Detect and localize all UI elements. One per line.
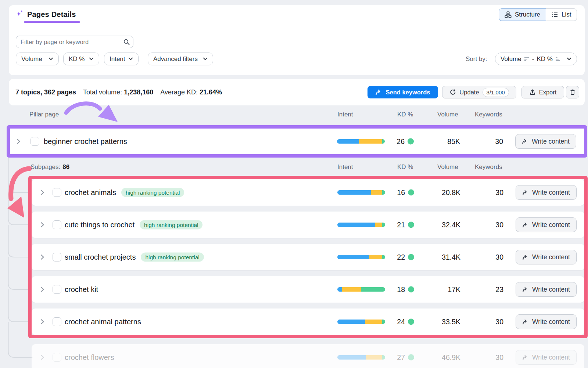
intent-bar — [337, 139, 385, 144]
pillar-row[interactable]: beginner crochet patterns 26 85K 30 Writ… — [10, 129, 584, 154]
expand-chevron-icon[interactable] — [17, 138, 21, 144]
kd-status-dot — [408, 354, 414, 361]
page-name-wrap: crochet flowers — [65, 353, 114, 362]
delete-button[interactable] — [566, 86, 579, 98]
list-view-button[interactable]: List — [546, 8, 577, 21]
chevron-down-icon — [128, 57, 133, 61]
title-underline — [24, 21, 80, 23]
write-content-button[interactable]: Write content — [516, 350, 577, 365]
refresh-icon — [449, 89, 456, 95]
list-icon — [552, 11, 558, 18]
write-arrow-icon — [522, 355, 528, 360]
chevron-down-icon — [203, 57, 208, 61]
page-title: Pages Details — [27, 10, 76, 19]
export-button[interactable]: Export — [521, 86, 564, 98]
pillar-row-highlight: beginner crochet patterns 26 85K 30 Writ… — [7, 125, 587, 158]
topics-pages-count: 7 topics, 362 pages — [15, 89, 76, 96]
kd-cell: 27 — [385, 353, 414, 362]
pillar-page-arrow — [62, 100, 121, 126]
kd-header: KD % — [397, 109, 413, 120]
keywords-cell: 30 — [470, 353, 503, 362]
view-toggle: Structure List — [499, 8, 577, 21]
header-divider — [9, 26, 585, 26]
subpage-row[interactable]: crochet flowers 27 46.9K 30 Write conten… — [32, 344, 584, 368]
intent-filter-chip[interactable]: Intent — [104, 53, 139, 65]
trash-icon — [569, 89, 576, 95]
volume-header: Volume — [437, 109, 458, 120]
subpages-header: Subpages:86 Intent KD % Volume Keywords — [0, 162, 588, 172]
structure-view-button[interactable]: Structure — [499, 8, 546, 21]
advanced-filters-chip[interactable]: Advanced filters — [148, 53, 213, 65]
update-quota: 3/1,000 — [483, 88, 509, 97]
volume-cell: 46.9K — [420, 353, 460, 362]
update-button[interactable]: Update 3/1,000 — [442, 86, 516, 98]
page-name: crochet flowers — [65, 353, 114, 362]
export-icon — [529, 89, 536, 95]
toolbar-card: Pages Details Structure List — [9, 5, 585, 75]
sort-by-label: Sort by: — [466, 53, 487, 65]
subpages-highlight — [28, 176, 588, 338]
total-volume: Total volume: 1,238,160 — [83, 89, 153, 96]
structure-icon — [505, 11, 512, 18]
intent-bar — [337, 355, 385, 360]
send-keywords-button[interactable]: Send keywords — [368, 86, 438, 98]
write-content-button[interactable]: Write content — [515, 134, 576, 149]
sparkle-icon — [15, 10, 24, 19]
search-input[interactable] — [16, 36, 120, 48]
pillar-page-header: Pillar page — [29, 109, 59, 120]
keywords-header: Keywords — [475, 109, 502, 120]
page-name: beginner crochet patterns — [44, 137, 127, 146]
row-checkbox[interactable] — [31, 137, 39, 146]
page-title-wrap: Pages Details — [15, 10, 76, 19]
sort-dropdown[interactable]: Volume - KD % — [495, 53, 577, 65]
row-checkbox[interactable] — [53, 353, 61, 362]
keywords-cell: 30 — [470, 137, 503, 146]
volume-filter-chip[interactable]: Volume — [16, 53, 59, 65]
kd-status-dot — [408, 138, 414, 145]
chevron-down-icon — [89, 57, 94, 61]
kd-filter-chip[interactable]: KD % — [63, 53, 99, 65]
subpages-count: Subpages:86 — [31, 162, 69, 172]
search-icon — [123, 39, 130, 46]
write-arrow-icon — [522, 139, 528, 144]
kd-cell: 26 — [384, 137, 414, 146]
intent-header: Intent — [337, 109, 353, 120]
sort-asc-icon — [555, 57, 561, 61]
sort-desc-icon — [524, 57, 530, 61]
filter-search — [16, 36, 133, 48]
search-button[interactable] — [120, 36, 133, 48]
chevron-down-icon — [49, 57, 53, 61]
faded-row-wrap: crochet flowers 27 46.9K 30 Write conten… — [32, 344, 584, 368]
expand-chevron-icon[interactable] — [40, 354, 44, 360]
volume-cell: 85K — [420, 137, 460, 146]
average-kd: Average KD: 21.64% — [160, 89, 222, 96]
chevron-down-icon — [567, 57, 571, 61]
send-arrow-icon — [375, 89, 382, 95]
